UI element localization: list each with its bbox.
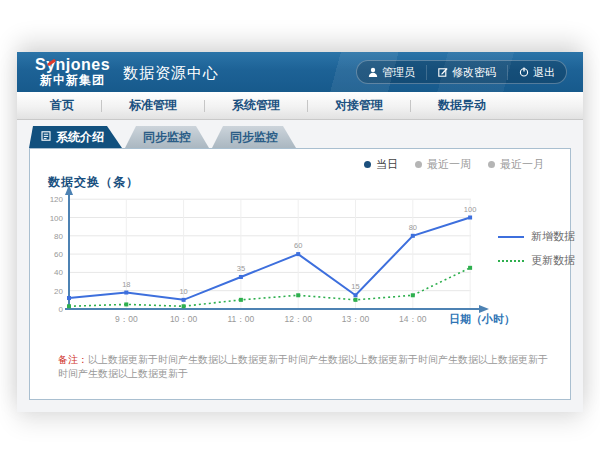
svg-text:100: 100	[50, 214, 64, 223]
svg-text:14：00: 14：00	[399, 314, 427, 324]
footnote-prefix: 备注：	[58, 354, 88, 365]
legend-label: 新增数据	[531, 229, 575, 244]
chart-panel: 当日 最近一周 最近一月 数据交换（条） 0204060801001209：00…	[29, 148, 571, 400]
svg-text:20: 20	[54, 287, 63, 296]
tab-sync-monitor-2[interactable]: 同步监控	[212, 126, 296, 148]
footnote-text: 以上数据更新于时间产生数据以上数据更新于时间产生数据以上数据更新于时间产生数据以…	[58, 354, 548, 379]
svg-text:日期（小时）: 日期（小时）	[449, 313, 515, 326]
user-bar: 管理员 修改密码 退出	[356, 60, 567, 84]
svg-text:13：00: 13：00	[342, 314, 370, 324]
admin-user-label: 管理员	[382, 65, 415, 80]
svg-text:35: 35	[237, 264, 245, 273]
svg-text:80: 80	[409, 223, 417, 232]
svg-text:10：00: 10：00	[170, 314, 198, 324]
tab-system-intro[interactable]: 系统介绍	[29, 126, 122, 148]
svg-text:100: 100	[464, 205, 477, 214]
logout-button[interactable]: 退出	[507, 65, 566, 80]
edit-icon	[438, 67, 448, 77]
app-window: Synjones 新中新集团 数据资源中心 管理员 修改密码	[17, 52, 583, 412]
tab-label: 同步监控	[230, 129, 278, 146]
svg-text:40: 40	[54, 268, 63, 277]
footnote: 备注：以上数据更新于时间产生数据以上数据更新于时间产生数据以上数据更新于时间产生…	[58, 353, 554, 381]
svg-text:60: 60	[54, 250, 63, 259]
nav-item-interface-management[interactable]: 对接管理	[308, 97, 410, 114]
brand-logo-en: Synjones	[35, 56, 110, 74]
svg-text:60: 60	[294, 241, 302, 250]
svg-text:9：00: 9：00	[115, 314, 138, 324]
svg-text:18: 18	[122, 280, 130, 289]
tab-bar: 系统介绍 同步监控 同步监控	[29, 126, 296, 148]
header: Synjones 新中新集团 数据资源中心 管理员 修改密码	[17, 52, 583, 92]
content-area: 系统介绍 同步监控 同步监控 当日 最近一周	[17, 120, 583, 412]
tab-label: 同步监控	[143, 129, 191, 146]
svg-text:11：00: 11：00	[228, 314, 255, 324]
tab-label: 系统介绍	[56, 129, 104, 146]
dotted-line-icon	[498, 260, 524, 262]
nav-item-data-change[interactable]: 数据异动	[411, 97, 513, 114]
series-legend: 新增数据 更新数据	[498, 229, 575, 277]
brand-logo-cn: 新中新集团	[35, 74, 110, 87]
svg-text:10: 10	[179, 287, 187, 296]
svg-text:15: 15	[351, 282, 359, 291]
admin-user-button[interactable]: 管理员	[357, 65, 426, 80]
nav-item-home[interactable]: 首页	[23, 97, 101, 114]
tab-sync-monitor-1[interactable]: 同步监控	[125, 126, 209, 148]
svg-text:120: 120	[50, 195, 64, 204]
document-icon	[41, 130, 51, 144]
nav-item-standard-management[interactable]: 标准管理	[102, 97, 204, 114]
power-icon	[519, 67, 529, 77]
svg-text:0: 0	[59, 305, 64, 314]
nav-item-system-management[interactable]: 系统管理	[205, 97, 307, 114]
user-icon	[368, 67, 378, 77]
svg-text:12：00: 12：00	[284, 314, 312, 324]
page-title: 数据资源中心	[123, 64, 219, 83]
svg-text:80: 80	[54, 232, 63, 241]
change-password-label: 修改密码	[452, 65, 496, 80]
main-nav: 首页 标准管理 系统管理 对接管理 数据异动	[17, 92, 583, 120]
legend-label: 更新数据	[531, 253, 575, 268]
solid-line-icon	[498, 236, 524, 238]
brand-logo: Synjones 新中新集团	[35, 56, 110, 87]
legend-item-new-data: 新增数据	[498, 229, 575, 244]
change-password-button[interactable]: 修改密码	[426, 65, 507, 80]
legend-item-update-data: 更新数据	[498, 253, 575, 268]
logout-label: 退出	[533, 65, 555, 80]
